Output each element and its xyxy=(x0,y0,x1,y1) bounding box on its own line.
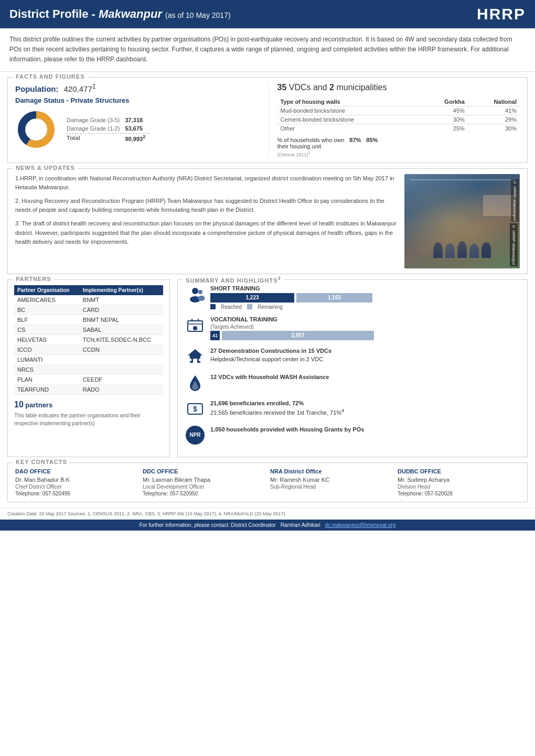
housing-gorkha-3: 25% xyxy=(421,124,468,133)
footer-contact: For further information, please contact:… xyxy=(0,520,535,531)
housing-national-1: 41% xyxy=(468,106,520,115)
ddc-office-label: DDC OFFICE xyxy=(143,468,265,474)
partners-note: This table indicates the partner organis… xyxy=(14,412,163,427)
partners-count-row: 10 partners xyxy=(14,400,163,409)
summary-item-housing-grants: NPR 1,050 households provided with Housi… xyxy=(185,425,520,445)
partner-impl xyxy=(80,354,163,364)
partners-summary-row: PARTNERS Partner Organisation Implementi… xyxy=(7,279,528,457)
partner-org: CS xyxy=(14,325,80,334)
news-item-2: 2. Housing Recovery and Reconstruction P… xyxy=(15,197,397,215)
housing-national-3: 30% xyxy=(468,124,520,133)
partners-section-label: PARTNERS xyxy=(13,276,54,282)
nra-person: Mr. Ramesh Kumar KC xyxy=(270,477,392,483)
news-item-1: 1.HRRP, in coordination with National Re… xyxy=(15,174,397,192)
summary-section-label: SUMMARY AND HIGHLIGHTS3 xyxy=(183,276,284,284)
nra-office-label: NRA District Office xyxy=(270,468,392,474)
ddc-person: Mr. Laxman Bikram Thapa xyxy=(143,477,265,483)
short-training-label: SHORT TRAINING xyxy=(210,285,520,291)
housing-row-3: Other 25% 30% xyxy=(277,124,520,133)
damage-value-1: 37,318 xyxy=(125,116,150,124)
partners-row: BCCARD xyxy=(14,305,163,315)
damage-total-label: Total xyxy=(67,133,124,143)
damage-row-2: Damage Grade (1-2) 53,675 xyxy=(67,125,149,132)
partner-impl: BNMT xyxy=(80,295,163,305)
construction-icon xyxy=(185,347,205,366)
vocational-icon xyxy=(185,316,205,336)
reached-legend-dot xyxy=(210,304,216,309)
partner-org: BLF xyxy=(14,315,80,325)
housing-type-1: Mud-bonded bricks/stone xyxy=(277,106,421,115)
vocational-content: VOCATIONAL TRAINING (Targets Achieved) 4… xyxy=(210,316,520,340)
housing-national-2: 29% xyxy=(468,115,520,124)
news-section-label: NEWS & UPDATES xyxy=(13,165,78,171)
svg-rect-14 xyxy=(193,359,197,363)
partners-row: ICCOCCDN xyxy=(14,344,163,354)
reached-legend-label: Reached xyxy=(221,304,242,310)
partner-impl: SABAL xyxy=(80,325,163,334)
hrrp-logo: HRRP xyxy=(477,5,526,23)
wash-icon xyxy=(185,373,205,393)
households-note: (Census 2011)1 xyxy=(277,150,520,157)
partners-count: 10 xyxy=(14,400,24,409)
partner-org: NRCS xyxy=(14,364,80,374)
partners-col-org: Partner Organisation xyxy=(14,285,80,295)
contact-dudbc: DUDBC OFFICE Mr. Sudeep Acharya Division… xyxy=(398,468,520,496)
contacts-grid: DAO OFFICE Dr. Man Bahadur B.K Chief Dis… xyxy=(15,468,520,496)
housing-gorkha-2: 30% xyxy=(421,115,468,124)
damage-label-2: Damage Grade (1-2) xyxy=(67,125,124,132)
key-contacts-label: KEY CONTACTS xyxy=(13,459,70,465)
news-text: 1.HRRP, in coordination with National Re… xyxy=(15,174,397,268)
damage-title: Damage Status - Private Structures xyxy=(15,96,258,104)
wash-content: 12 VDCs with Household WASH Assistance xyxy=(210,373,520,382)
partner-impl xyxy=(80,364,163,374)
partner-org: ICCO xyxy=(14,344,80,354)
short-training-bar: 1,223 1,103 xyxy=(210,293,520,303)
partner-org: PLAN xyxy=(14,374,80,384)
damage-label-1: Damage Grade (3-5) xyxy=(67,116,124,124)
nra-role: Sub-Regional Head xyxy=(270,484,392,490)
facts-section-label: FACTS AND FIGURES xyxy=(13,73,88,80)
partner-impl: RADO xyxy=(80,384,163,394)
damage-donut-chart xyxy=(15,109,57,150)
housing-grants-content: 1,050 households provided with Housing G… xyxy=(210,425,520,434)
households-national: 85% xyxy=(366,137,378,143)
news-section: NEWS & UPDATES 1.HRRP, in coordination w… xyxy=(7,168,528,274)
vdcs-number: 35 xyxy=(277,83,287,92)
key-contacts-section: KEY CONTACTS DAO OFFICE Dr. Man Bahadur … xyxy=(7,462,528,502)
housing-col-type: Type of housing walls xyxy=(277,98,421,106)
footer-contact-email[interactable]: dc.makwanpur@hrrpnepal.org xyxy=(325,522,396,528)
vocational-remaining-bar: 2,957 xyxy=(222,331,374,340)
damage-total-row: Total 90,9932 xyxy=(67,133,149,143)
header-district: Makwanpur xyxy=(99,7,162,20)
dao-person: Dr. Man Bahadur B.K xyxy=(15,477,137,483)
wash-text: 12 VDCs with Household WASH Assistance xyxy=(210,373,520,382)
partners-count-suffix: partners xyxy=(25,401,52,409)
vocational-label: VOCATIONAL TRAINING xyxy=(210,316,520,322)
damage-donut-row: Damage Grade (3-5) 37,318 Damage Grade (… xyxy=(15,109,258,150)
remaining-legend-dot xyxy=(247,304,252,309)
partner-org: AMERICARES xyxy=(14,295,80,305)
housing-grants-text: 1,050 households provided with Housing G… xyxy=(210,425,520,434)
dao-office-label: DAO OFFICE xyxy=(15,468,137,474)
header-title-bold: District Profile - xyxy=(9,7,95,20)
partners-col-impl: Implementing Partner(s) xyxy=(80,285,163,295)
housing-type-3: Other xyxy=(277,124,421,133)
vocational-bar: 41 2,957 xyxy=(210,331,520,340)
damage-value-2: 53,675 xyxy=(125,125,150,132)
housing-table: Type of housing walls Gorkha National Mu… xyxy=(277,98,520,133)
dao-tel: Telephone: 057-520495 xyxy=(15,491,137,496)
summary-item-wash: 12 VDCs with Household WASH Assistance xyxy=(185,373,520,393)
partner-impl: BNMT NEPAL xyxy=(80,315,163,325)
summary-item-demo: 27 Demonstration Constructions in 15 VDC… xyxy=(185,347,520,366)
summary-item-vocational: VOCATIONAL TRAINING (Targets Achieved) 4… xyxy=(185,316,520,340)
footer-contact-name: Ramhari Adhikari xyxy=(281,522,320,528)
header-title: District Profile - Makwanpur (as of 10 M… xyxy=(9,7,231,21)
partners-row: HELVETASTCN,KITE,SODEC-N,BCC xyxy=(14,334,163,344)
contact-nra: NRA District Office Mr. Ramesh Kumar KC … xyxy=(270,468,392,496)
svg-point-9 xyxy=(193,326,197,330)
training-icon xyxy=(185,285,205,305)
partners-row: AMERICARESBNMT xyxy=(14,295,163,305)
image-caption-vertical: © HRRP-Makwanpur xyxy=(511,179,519,222)
households-row: % of households who own their housing un… xyxy=(277,137,520,149)
housing-row-2: Cement-bonded bricks/stone 30% 29% xyxy=(277,115,520,124)
